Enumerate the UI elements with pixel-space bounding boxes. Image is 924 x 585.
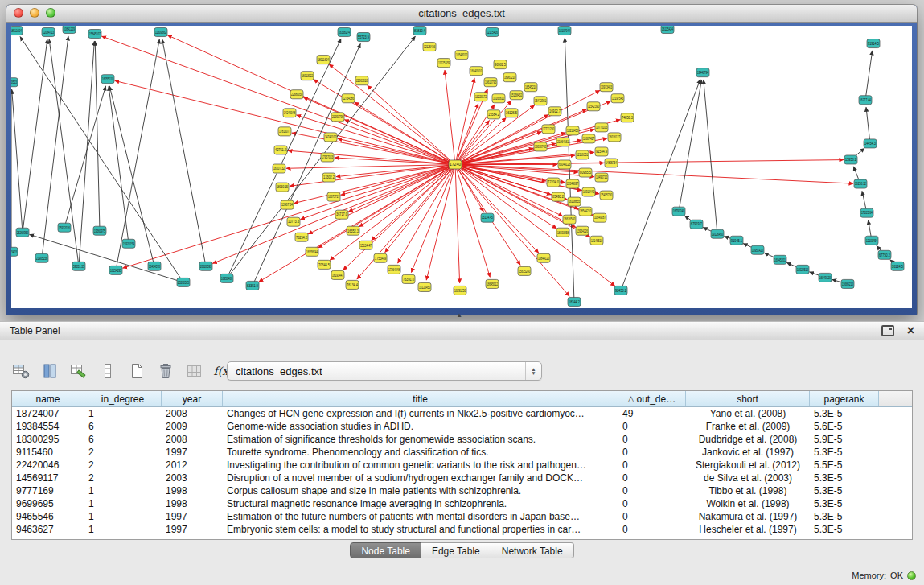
show-column-button[interactable] — [39, 360, 60, 382]
graph-node[interactable]: 83351.9 — [246, 281, 259, 290]
graph-node[interactable]: 18011604 — [317, 56, 330, 64]
graph-node[interactable]: 13967.04 — [281, 200, 294, 209]
graph-node[interactable]: 18511604 — [11, 27, 23, 35]
graph-node[interactable]: 15615240 — [518, 266, 531, 275]
graph-node[interactable]: 16115424 — [661, 26, 674, 34]
graph-node[interactable]: 16013022 — [301, 72, 314, 80]
graph-node[interactable]: 18775105 — [595, 123, 608, 132]
graph-node[interactable]: 55723.9 — [357, 33, 370, 42]
graph-edge[interactable] — [338, 138, 455, 164]
graph-node[interactable]: 18844120 — [537, 253, 550, 262]
graph-node[interactable]: 67919.7 — [690, 220, 703, 229]
graph-node[interactable]: 16961210 — [503, 73, 516, 82]
graph-node[interactable]: 15472901 — [534, 97, 547, 105]
graph-node[interactable]: 13302.2 — [322, 173, 335, 182]
graph-node[interactable]: 16791240 — [672, 207, 685, 216]
tab-network-table[interactable]: Network Table — [491, 542, 574, 558]
graph-node[interactable]: 16258.12 — [854, 179, 867, 188]
graph-node[interactable]: 12148510 — [590, 236, 603, 245]
table-row[interactable]: 946554611997Estimation of the future num… — [12, 510, 912, 523]
graph-node[interactable]: 96981.5 — [494, 60, 507, 69]
graph-node[interactable]: 12125416 — [423, 43, 436, 51]
graph-node[interactable]: 76254.2 — [295, 233, 308, 241]
graph-edge[interactable] — [297, 115, 455, 165]
graph-node[interactable]: 19610795 — [484, 78, 497, 87]
graph-node[interactable]: 17035.64 — [860, 208, 873, 217]
graph-node[interactable]: 15845107 — [88, 30, 101, 39]
graph-node[interactable]: 18193458 — [556, 228, 569, 237]
tab-edge-table[interactable]: Edge Table — [421, 542, 491, 558]
table-row[interactable]: 1872400712008Changes of HCN gene express… — [12, 407, 912, 420]
graph-node[interactable]: 16277.44 — [859, 96, 872, 105]
graph-edge[interactable] — [12, 89, 23, 233]
new-column-button[interactable] — [10, 360, 31, 382]
graph-edge[interactable] — [30, 234, 183, 282]
graph-node[interactable]: 12084713 — [42, 28, 55, 37]
graph-node[interactable]: 91914.5 — [867, 39, 880, 48]
graph-node[interactable]: 18544210 — [579, 207, 592, 216]
graph-node[interactable]: 11309662 — [154, 28, 167, 37]
graph-edge[interactable] — [455, 160, 844, 165]
graph-node[interactable]: 22680058 — [290, 90, 303, 99]
graph-edge[interactable] — [344, 120, 455, 165]
table-row[interactable]: 911546021997Tourette syndrome. Phenomeno… — [12, 446, 912, 459]
graph-node[interactable]: 59051.35 — [72, 262, 85, 270]
close-window-button[interactable] — [14, 8, 23, 18]
graph-edge[interactable] — [95, 41, 100, 231]
network-canvas[interactable]: 1851160412084713108412291584510711309662… — [11, 26, 912, 308]
graph-node[interactable]: 15495790 — [600, 191, 613, 200]
graph-node[interactable]: 16640910 — [470, 67, 483, 76]
graph-node[interactable]: 16545210 — [524, 83, 537, 92]
graph-node[interactable]: 17534.9 — [374, 253, 387, 262]
graph-edge[interactable] — [167, 35, 455, 165]
table-row[interactable]: 946362711997Embryonic stem cells: a mode… — [12, 523, 912, 536]
graph-node[interactable]: 80965.5 — [579, 168, 592, 177]
graph-node[interactable]: 18673717 — [327, 192, 340, 201]
graph-node[interactable]: 16126.5 — [505, 109, 518, 117]
table-row[interactable]: 2242004622012Investigating the contribut… — [12, 459, 912, 472]
graph-node[interactable]: 12116351 — [576, 150, 589, 159]
graph-node[interactable]: 65049123 — [558, 160, 571, 169]
graph-node[interactable]: 11607427 — [582, 134, 595, 143]
edit-column-button[interactable] — [68, 360, 89, 382]
graph-node[interactable]: 13220172 — [474, 93, 487, 101]
graph-node[interactable]: 14895754 — [605, 159, 618, 167]
graph-node[interactable]: 22049697 — [566, 179, 579, 188]
graph-node[interactable]: 17815077 — [278, 127, 291, 136]
graph-node[interactable]: 10973483 — [600, 83, 613, 92]
graph-node[interactable]: 67750.2 — [878, 250, 891, 259]
graph-node[interactable]: 16945201 — [774, 255, 786, 264]
graph-node[interactable]: 15158432 — [510, 91, 523, 100]
graph-node[interactable]: 20626593 — [199, 262, 212, 270]
graph-node[interactable]: 92450.2 — [614, 286, 627, 295]
graph-node[interactable]: 72204.0 — [547, 178, 560, 187]
graph-edge[interactable] — [79, 41, 94, 266]
column-header-in-degree[interactable]: in_degree — [84, 391, 162, 406]
graph-node[interactable]: 13216458 — [566, 126, 579, 135]
graph-node[interactable]: 76391.0 — [402, 274, 415, 283]
graph-node[interactable]: 16124.5 — [891, 262, 904, 270]
graph-node[interactable]: 16912442 — [582, 187, 595, 196]
table-selector-combobox[interactable]: citations_edges.txt ▲▼ — [227, 361, 542, 381]
graph-edge[interactable] — [385, 164, 455, 252]
graph-edge[interactable] — [398, 164, 455, 263]
graph-node[interactable]: 21905158 — [35, 253, 48, 262]
graph-node[interactable]: 16108855 — [568, 197, 581, 206]
graph-node[interactable]: 15684210 — [841, 279, 854, 288]
graph-edge[interactable] — [455, 164, 615, 286]
graph-node[interactable]: 81830.4 — [413, 27, 426, 35]
zoom-window-button[interactable] — [46, 8, 55, 18]
graph-node[interactable]: 25260505 — [177, 278, 190, 286]
graph-node[interactable]: 19560975 — [93, 226, 106, 235]
graph-edge[interactable] — [865, 51, 873, 100]
graph-node[interactable]: 18030.15 — [276, 183, 289, 192]
graph-node[interactable]: 18024510 — [796, 265, 809, 274]
graph-node[interactable]: 42751.2 — [274, 146, 287, 154]
graph-node[interactable]: 16291250 — [454, 286, 466, 295]
graph-edge[interactable] — [343, 164, 455, 270]
graph-node[interactable]: 16191447 — [331, 270, 344, 279]
graph-edge[interactable] — [23, 39, 47, 233]
graph-node[interactable]: 12115416 — [486, 28, 499, 37]
graph-node[interactable]: 14740102 — [324, 133, 337, 142]
graph-node[interactable]: 16912.7 — [548, 107, 561, 116]
